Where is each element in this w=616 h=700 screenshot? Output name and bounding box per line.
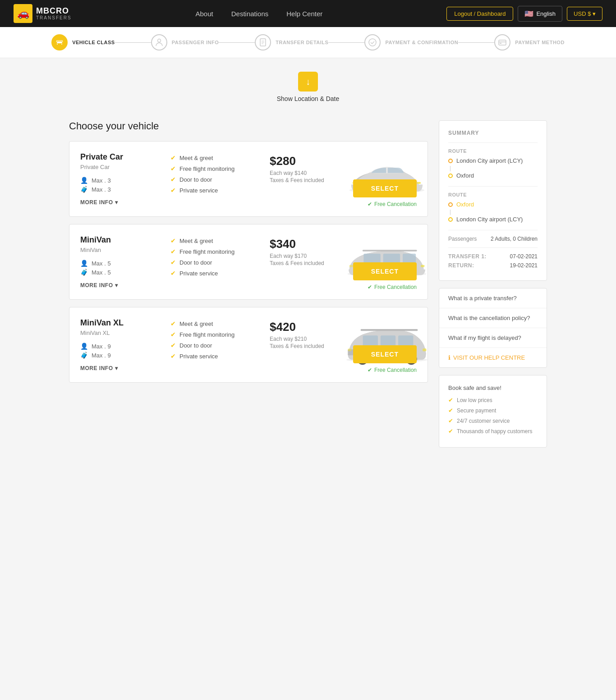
faq-box: What is a private transfer? What is the … (439, 288, 547, 368)
connector-4 (458, 42, 494, 43)
check-icon-2-0: ✔ (170, 320, 176, 327)
logout-button[interactable]: Logout / Dashboard (446, 7, 513, 21)
trust-text-2: 24/7 customer service (457, 418, 510, 424)
max-luggage-2: Max . 9 (92, 352, 111, 359)
max-luggage-1: Max . 5 (92, 269, 111, 276)
logo: 🚗 MBCRO TRANSFERS (14, 4, 72, 23)
currency-button[interactable]: USD $ ▾ (567, 7, 602, 21)
more-info-label-1: MORE INFO (80, 282, 113, 288)
header: 🚗 MBCRO TRANSFERS About Destinations Hel… (0, 0, 616, 27)
connector-1 (115, 42, 151, 43)
check-icon-0-0: ✔ (170, 154, 176, 161)
vehicle-features-0: ✔ Meet & greet ✔ Free flight monitoring … (170, 152, 261, 206)
vehicle-type-0: Private Car (80, 164, 161, 170)
more-info-button-0[interactable]: MORE INFO ▾ (80, 199, 161, 206)
luggage-icon-2: 🧳 (80, 352, 88, 359)
step-passenger-info[interactable]: PASSENGER INFO (151, 34, 219, 50)
route-2-from: Oxford (448, 201, 538, 208)
person-icon-2: 👤 (80, 343, 88, 350)
price-tax-0: Taxes & Fees included (270, 177, 333, 183)
capacity-passenger-2: 👤 Max . 9 (80, 343, 161, 350)
nav-destinations[interactable]: Destinations (231, 10, 269, 18)
faq-visit-button[interactable]: ℹ VISIT OUR HELP CENTRE (439, 348, 547, 367)
vehicle-capacity-0: 👤 Max . 3 🧳 Max . 3 (80, 177, 161, 193)
step-payment-method[interactable]: PAYMENT METHOD (494, 34, 565, 50)
svg-rect-25 (421, 265, 424, 267)
summary-box: SUMMARY ROUTE London City airport (LCY) … (439, 120, 547, 281)
check-icon-1-3: ✔ (170, 270, 176, 277)
route-1-from: London City airport (LCY) (448, 157, 538, 164)
check-cancel-icon-0: ✔ (368, 201, 372, 207)
vehicle-actions-1: SELECT ✔ Free Cancellation (353, 262, 417, 290)
chevron-down-icon-0: ▾ (115, 199, 118, 206)
show-location-section: ↓ Show Location & Date (0, 58, 616, 111)
vehicle-info-1: MiniVan MiniVan 👤 Max . 5 🧳 Max . 5 MORE… (80, 235, 161, 288)
language-label: English (536, 10, 556, 17)
route-dot-from-1 (448, 159, 453, 163)
more-info-button-1[interactable]: MORE INFO ▾ (80, 282, 161, 288)
check-icon-2-3: ✔ (170, 352, 176, 360)
trust-check-icon-2: ✔ (448, 417, 453, 424)
feature-1-1: ✔ Free flight monitoring (170, 248, 261, 255)
capacity-passenger-0: 👤 Max . 3 (80, 177, 161, 184)
person-icon-0: 👤 (80, 177, 88, 184)
select-button-1[interactable]: SELECT (353, 262, 417, 280)
free-cancel-1: ✔ Free Cancellation (368, 284, 417, 290)
route-dot-from-2 (448, 202, 453, 207)
vehicle-card-private-car: Private Car Private Car 👤 Max . 3 🧳 Max … (69, 141, 428, 217)
faq-item-2[interactable]: What if my flight is delayed? (439, 328, 547, 348)
check-icon-2-1: ✔ (170, 331, 176, 338)
info-icon: ℹ (448, 354, 451, 361)
check-icon-0-1: ✔ (170, 165, 176, 172)
max-passengers-1: Max . 5 (92, 260, 111, 267)
feature-2-0: ✔ Meet & greet (170, 320, 261, 327)
nav: About Destinations Help Center (196, 10, 323, 18)
faq-visit-label: VISIT OUR HELP CENTRE (453, 354, 525, 361)
faq-item-0[interactable]: What is a private transfer? (439, 288, 547, 308)
language-button[interactable]: 🇺🇸 English (518, 6, 562, 22)
show-location-button[interactable]: ↓ (298, 72, 318, 92)
svg-rect-3 (499, 40, 506, 45)
trust-text-0: Low low prices (457, 397, 492, 403)
vehicle-card-minivan-xl: MiniVan XL MiniVan XL 👤 Max . 9 🧳 Max . … (69, 307, 428, 383)
vehicle-type-2: MiniVan XL (80, 329, 161, 336)
route-1-label: ROUTE (448, 148, 538, 154)
vehicle-capacity-2: 👤 Max . 9 🧳 Max . 9 (80, 343, 161, 359)
check-icon-1-2: ✔ (170, 259, 176, 266)
step-1-circle (51, 34, 68, 50)
capacity-passenger-1: 👤 Max . 5 (80, 260, 161, 267)
faq-item-1[interactable]: What is the cancellation policy? (439, 308, 547, 328)
feature-2-1: ✔ Free flight monitoring (170, 331, 261, 338)
route-2-section: ROUTE Oxford London City airport (LCY) (448, 192, 538, 223)
trust-item-2: ✔ 24/7 customer service (448, 417, 538, 424)
route-text-to-2: London City airport (LCY) (456, 216, 523, 223)
nav-about[interactable]: About (196, 10, 213, 18)
route-dot-to-1 (448, 174, 453, 178)
nav-help[interactable]: Help Center (286, 10, 322, 18)
step-1-label: VEHICLE CLASS (72, 40, 115, 45)
check-icon-0-3: ✔ (170, 187, 176, 194)
vehicle-features-1: ✔ Meet & greet ✔ Free flight monitoring … (170, 235, 261, 288)
step-transfer-details[interactable]: TRANSFER DETAILS (255, 34, 328, 50)
route-text-to-1: Oxford (456, 172, 474, 179)
return-row: RETURN: 19-02-2021 (448, 262, 538, 269)
connector-3 (328, 42, 364, 43)
price-way-0: Each way $140 (270, 170, 333, 176)
svg-rect-28 (361, 329, 418, 331)
select-button-0[interactable]: SELECT (353, 179, 417, 197)
chevron-down-icon-1: ▾ (115, 282, 118, 288)
svg-rect-39 (423, 348, 426, 351)
price-main-1: $340 (270, 237, 333, 251)
trust-check-icon-1: ✔ (448, 407, 453, 414)
step-payment-confirmation[interactable]: PAYMENT & CONFIRMATION (364, 34, 458, 50)
step-vehicle-class[interactable]: VEHICLE CLASS (51, 34, 115, 50)
more-info-button-2[interactable]: MORE INFO ▾ (80, 365, 161, 371)
return-label: RETURN: (448, 262, 474, 269)
vehicle-type-1: MiniVan (80, 247, 161, 253)
check-icon-2-2: ✔ (170, 342, 176, 349)
more-info-label-2: MORE INFO (80, 365, 113, 371)
feature-0-3: ✔ Private service (170, 187, 261, 194)
select-button-2[interactable]: SELECT (353, 345, 417, 363)
trust-text-1: Secure payment (457, 407, 496, 414)
show-location-label: Show Location & Date (277, 95, 340, 102)
